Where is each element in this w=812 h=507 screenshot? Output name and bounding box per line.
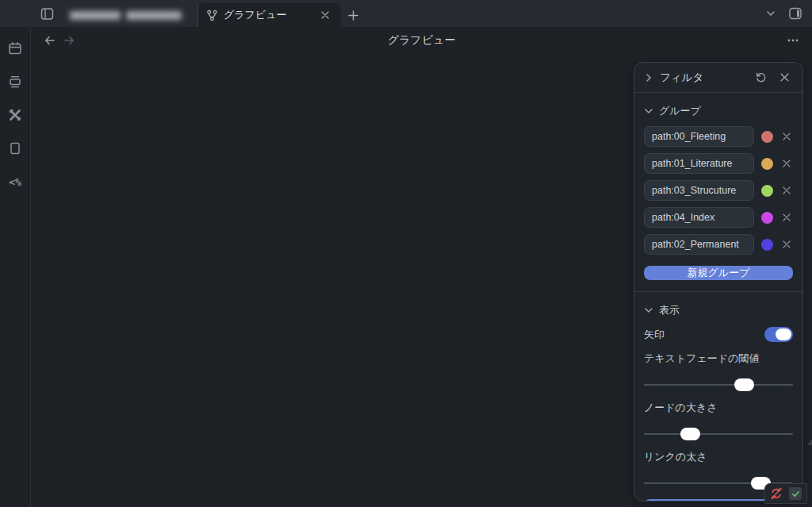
arrows-label: 矢印 (644, 328, 665, 342)
remove-group-button[interactable] (780, 238, 793, 251)
group-query-input[interactable] (644, 153, 754, 174)
status-bar (764, 483, 807, 504)
tab-close-button[interactable] (317, 7, 333, 23)
crossed-tools-icon (8, 108, 22, 122)
chevron-down-icon (644, 106, 653, 116)
arrow-left-icon (44, 34, 56, 47)
slides-icon (8, 75, 22, 89)
sidebar-right-icon (788, 6, 802, 21)
slider-track (644, 433, 793, 435)
workspace: <% グラフビュー (0, 27, 812, 507)
rotate-ccw-icon (755, 71, 767, 83)
more-options-button[interactable] (783, 31, 802, 50)
plus-icon (347, 10, 359, 21)
slider-thumb[interactable] (680, 428, 700, 440)
filter-panel-body: グループ 新規グループ 表示 矢印 (634, 93, 802, 501)
filter-panel-title: フィルタ (660, 71, 745, 85)
remove-group-button[interactable] (780, 130, 793, 143)
daily-note-button[interactable] (5, 38, 25, 59)
more-horizontal-icon (787, 34, 799, 47)
close-icon (320, 10, 330, 20)
group-query-input[interactable] (644, 180, 754, 201)
close-icon (782, 159, 791, 168)
navigate-back-button[interactable] (40, 31, 59, 50)
navigate-forward-button[interactable] (59, 31, 79, 50)
group-color-swatch[interactable] (761, 185, 773, 197)
templater-button[interactable]: <% (5, 171, 25, 192)
slides-button[interactable] (5, 71, 25, 92)
tab-label: グラフビュー (224, 8, 312, 22)
obscured-text-block (70, 11, 121, 20)
group-color-swatch[interactable] (761, 131, 773, 143)
ribbon: <% (0, 27, 31, 507)
slider-block: テキストフェードの閾値 (644, 351, 793, 393)
group-list (644, 126, 793, 261)
left-sidebar-toggle-button[interactable] (32, 0, 62, 27)
sync-disabled-status[interactable] (770, 487, 783, 500)
view-title: グラフビュー (31, 33, 812, 48)
groups-section-title: グループ (659, 104, 701, 118)
arrows-toggle-row: 矢印 (644, 327, 793, 342)
group-color-swatch[interactable] (761, 212, 773, 224)
toggle-knob (776, 328, 791, 340)
remove-group-button[interactable] (780, 157, 793, 170)
chevron-down-icon (765, 8, 776, 19)
close-icon (782, 240, 791, 249)
group-color-swatch[interactable] (761, 158, 773, 170)
chevron-right-icon[interactable] (644, 73, 653, 83)
remove-group-button[interactable] (780, 211, 793, 224)
tab-bar: グラフビュー (0, 0, 812, 27)
group-row (644, 126, 793, 147)
slider[interactable] (644, 377, 793, 393)
group-row (644, 180, 793, 201)
slider-label: テキストフェードの閾値 (644, 351, 793, 366)
obscured-text-block (126, 11, 182, 20)
group-query-input[interactable] (644, 207, 754, 228)
slider-label: リンクの太さ (644, 450, 793, 464)
chevron-down-icon (644, 305, 653, 315)
close-panel-button[interactable] (776, 69, 793, 86)
graph-filter-panel: フィルタ (634, 62, 803, 501)
slider-track (644, 384, 793, 386)
slider-block: ノードの大きさ (644, 401, 793, 442)
group-row (644, 234, 793, 255)
group-query-input[interactable] (644, 234, 754, 255)
close-icon (782, 132, 791, 141)
tab-list-dropdown-button[interactable] (760, 2, 782, 25)
new-group-button[interactable]: 新規グループ (644, 266, 793, 280)
reset-filters-button[interactable] (752, 69, 769, 86)
display-section-header[interactable]: 表示 (644, 303, 793, 317)
right-sidebar-toggle-button[interactable] (782, 2, 809, 25)
view-header: グラフビュー (31, 27, 812, 54)
obsidian-window: グラフビュー (0, 0, 812, 507)
close-icon (779, 72, 790, 83)
sidebar-left-icon (40, 7, 54, 21)
tab-obscured[interactable] (62, 3, 198, 27)
arrows-toggle[interactable] (764, 327, 793, 342)
remove-group-button[interactable] (780, 184, 793, 197)
sync-off-icon (770, 487, 783, 500)
close-icon (782, 186, 791, 195)
slider-label: ノードの大きさ (644, 401, 793, 415)
tab-graph-view[interactable]: グラフビュー (198, 3, 341, 27)
git-status[interactable] (789, 487, 802, 500)
main-view: グラフビュー フィルタ (31, 27, 812, 507)
divider (634, 291, 802, 292)
arrow-right-icon (63, 34, 75, 47)
display-section-title: 表示 (659, 303, 680, 317)
slider[interactable] (644, 426, 793, 442)
slider-thumb[interactable] (734, 378, 754, 391)
close-icon (782, 213, 791, 222)
filter-panel-header: フィルタ (634, 63, 802, 93)
tablet-icon (8, 141, 22, 156)
templater-icon: <% (9, 176, 21, 188)
graph-view-content: フィルタ (31, 54, 812, 507)
groups-section-header[interactable]: グループ (644, 104, 793, 118)
group-color-swatch[interactable] (761, 239, 773, 251)
group-row (644, 207, 793, 228)
group-query-input[interactable] (644, 126, 754, 147)
crossed-tools-button[interactable] (5, 105, 25, 125)
tablet-button[interactable] (5, 138, 25, 159)
slider-list: テキストフェードの閾値ノードの大きさリンクの太さ (644, 351, 793, 499)
new-tab-button[interactable] (341, 3, 365, 27)
